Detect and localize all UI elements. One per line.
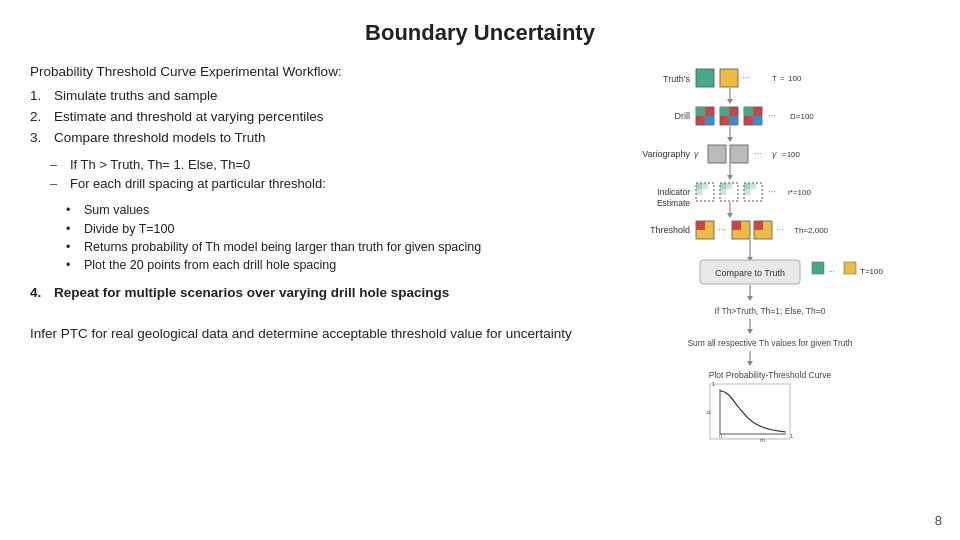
- slide-title: Boundary Uncertainty: [30, 20, 930, 46]
- bullet-3: • Returns probability of Th model being …: [66, 239, 600, 255]
- svg-rect-52: [696, 221, 705, 230]
- svg-rect-44: [750, 183, 756, 189]
- diagram: Truth's ··· T = 100 Drill: [620, 64, 920, 454]
- bullet-1-dot: •: [66, 202, 78, 218]
- svg-text:T=100: T=100: [860, 267, 883, 276]
- svg-marker-8: [727, 99, 733, 104]
- infer-text: Infer PTC for real geological data and d…: [30, 324, 600, 344]
- svg-rect-2: [720, 69, 738, 87]
- step-3-num: 3.: [30, 129, 48, 147]
- workflow-diagram-svg: Truth's ··· T = 100 Drill: [620, 64, 920, 454]
- bullet-2-dot: •: [66, 221, 78, 237]
- bullet-1-text: Sum values: [84, 202, 149, 218]
- svg-marker-72: [747, 329, 753, 334]
- svg-text:Sum all respective Th values f: Sum all respective Th values for given T…: [687, 338, 852, 348]
- page-number: 8: [935, 513, 942, 528]
- step-3-text: Compare threshold models to Truth: [54, 129, 266, 147]
- svg-text:Plot Probability-Threshold Cur: Plot Probability-Threshold Curve: [709, 370, 832, 380]
- svg-text:Threshold: Threshold: [650, 225, 690, 235]
- svg-text:T: T: [772, 74, 777, 83]
- step-2-text: Estimate and threshold at varying percen…: [54, 108, 323, 126]
- content-area: Probability Threshold Curve Experimental…: [30, 64, 930, 454]
- svg-text:···: ···: [742, 72, 750, 83]
- svg-rect-36: [702, 183, 708, 189]
- bullet-4-dot: •: [66, 257, 78, 273]
- svg-rect-41: [720, 189, 726, 195]
- svg-rect-25: [708, 145, 726, 163]
- svg-rect-57: [754, 221, 763, 230]
- svg-text:Indicator: Indicator: [657, 187, 690, 197]
- slide-container: Boundary Uncertainty Probability Thresho…: [0, 0, 960, 540]
- svg-rect-17: [744, 107, 753, 116]
- step-2-num: 2.: [30, 108, 48, 126]
- svg-rect-40: [726, 183, 732, 189]
- sub-item-2-text: For each drill spacing at particular thr…: [70, 176, 326, 193]
- svg-text:th: th: [760, 437, 765, 443]
- svg-rect-37: [696, 189, 702, 195]
- bullet-1: • Sum values: [66, 202, 600, 218]
- svg-text:=: =: [780, 74, 785, 83]
- step-1: 1. Simulate truths and sample: [30, 87, 600, 105]
- svg-text:=100: =100: [782, 150, 801, 159]
- step-4-text: Repeat for multiple scenarios over varyi…: [54, 284, 449, 302]
- svg-text:D=100: D=100: [790, 112, 814, 121]
- svg-rect-14: [720, 107, 729, 116]
- svg-rect-35: [696, 183, 702, 189]
- svg-rect-64: [812, 262, 824, 274]
- svg-text:···: ···: [718, 224, 726, 235]
- svg-text:Truth's: Truth's: [663, 74, 690, 84]
- step-1-text: Simulate truths and sample: [54, 87, 218, 105]
- svg-text:···: ···: [754, 148, 762, 159]
- svg-text:γ: γ: [772, 149, 777, 159]
- svg-marker-69: [747, 296, 753, 301]
- svg-text:···: ···: [768, 186, 776, 197]
- svg-rect-12: [705, 116, 714, 125]
- step-3: 3. Compare threshold models to Truth: [30, 129, 600, 147]
- sub-item-1-text: If Th > Truth, Th= 1. Else, Th=0: [70, 157, 250, 174]
- svg-rect-66: [844, 262, 856, 274]
- bullet-list: • Sum values • Divide by T=100 • Returns…: [66, 202, 600, 275]
- svg-text:Th=2,000: Th=2,000: [794, 226, 829, 235]
- svg-marker-22: [727, 137, 733, 142]
- sub-item-1: – If Th > Truth, Th= 1. Else, Th=0: [50, 157, 600, 174]
- bullet-4-text: Plot the 20 points from each drill hole …: [84, 257, 336, 273]
- left-panel: Probability Threshold Curve Experimental…: [30, 64, 600, 454]
- svg-marker-49: [727, 213, 733, 218]
- bullet-3-text: Returns probability of Th model being la…: [84, 239, 481, 255]
- step-4: 4. Repeat for multiple scenarios over va…: [30, 284, 600, 302]
- svg-rect-11: [696, 107, 705, 116]
- numbered-list: 1. Simulate truths and sample 2. Estimat…: [30, 87, 600, 151]
- svg-rect-1: [696, 69, 714, 87]
- step-1-num: 1.: [30, 87, 48, 105]
- svg-rect-39: [720, 183, 726, 189]
- sub-list: – If Th > Truth, Th= 1. Else, Th=0 – For…: [50, 157, 600, 195]
- svg-text:···: ···: [768, 110, 776, 121]
- sub-item-2: – For each drill spacing at particular t…: [50, 176, 600, 193]
- sub-dash-2: –: [50, 176, 64, 193]
- svg-text:If Th>Truth, Th=1; Else, Th=0: If Th>Truth, Th=1; Else, Th=0: [715, 306, 826, 316]
- svg-text:Compare to Truth: Compare to Truth: [715, 268, 785, 278]
- svg-marker-31: [727, 175, 733, 180]
- workflow-title: Probability Threshold Curve Experimental…: [30, 64, 600, 79]
- svg-rect-43: [744, 183, 750, 189]
- svg-marker-75: [747, 361, 753, 366]
- bullet-3-dot: •: [66, 239, 78, 255]
- step-4-list: 4. Repeat for multiple scenarios over va…: [30, 284, 600, 305]
- svg-text:i*=100: i*=100: [788, 188, 811, 197]
- svg-text:Estimate: Estimate: [657, 198, 690, 208]
- svg-text:···: ···: [828, 267, 835, 276]
- step-4-num: 4.: [30, 284, 48, 302]
- svg-rect-26: [730, 145, 748, 163]
- svg-text:Drill: Drill: [675, 111, 691, 121]
- svg-text:100: 100: [788, 74, 802, 83]
- svg-text:Variography: Variography: [642, 149, 690, 159]
- svg-text:···: ···: [776, 224, 784, 235]
- bullet-2: • Divide by T=100: [66, 221, 600, 237]
- svg-rect-18: [753, 116, 762, 125]
- svg-text:γ: γ: [694, 149, 699, 159]
- sub-dash-1: –: [50, 157, 64, 174]
- svg-rect-15: [729, 116, 738, 125]
- right-panel: Truth's ··· T = 100 Drill: [610, 64, 930, 454]
- bullet-2-text: Divide by T=100: [84, 221, 174, 237]
- svg-text:1: 1: [790, 433, 794, 439]
